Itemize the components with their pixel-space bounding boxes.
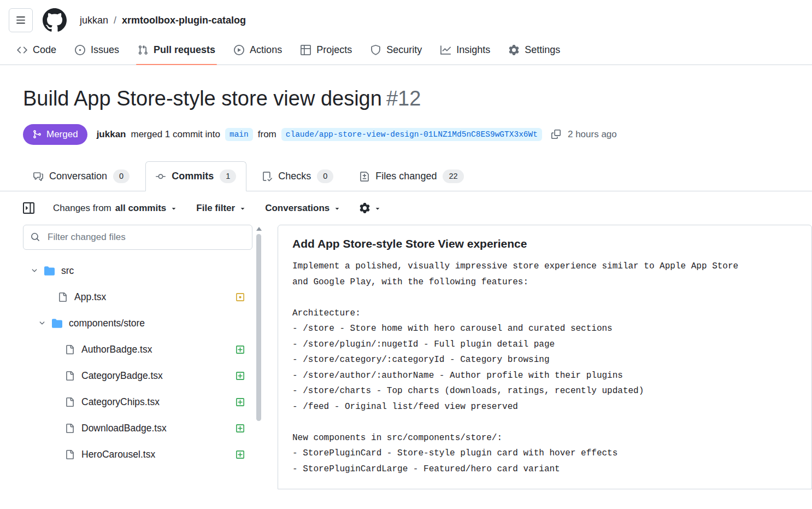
- nav-item-issues[interactable]: Issues: [66, 38, 128, 65]
- chevron-down-icon: [31, 267, 38, 274]
- nav-item-label: Issues: [91, 44, 119, 56]
- tree-label: src: [61, 265, 74, 277]
- changes-from-label: Changes from: [53, 203, 111, 214]
- hamburger-menu-button[interactable]: [9, 8, 33, 32]
- tab-files-changed[interactable]: Files changed 22: [349, 161, 474, 192]
- git-commit-icon: [156, 172, 166, 182]
- diff-settings-dropdown[interactable]: [360, 203, 381, 213]
- tab-label: Checks: [278, 171, 311, 182]
- merge-author[interactable]: jukkan: [97, 129, 126, 140]
- tree-label: HeroCarousel.tsx: [81, 449, 155, 460]
- file-icon: [65, 424, 74, 433]
- shield-icon: [370, 45, 381, 55]
- base-branch-chip[interactable]: main: [225, 128, 253, 141]
- file-tree-scrollbar[interactable]: [255, 225, 263, 471]
- tree-file-app-tsx[interactable]: App.tsx: [23, 284, 252, 310]
- issue-opened-icon: [75, 45, 85, 55]
- nav-item-insights[interactable]: Insights: [431, 38, 499, 65]
- pr-title-text: Build App Store-style store view design: [23, 87, 382, 110]
- pr-title: Build App Store-style store view design#…: [23, 87, 789, 111]
- github-header: jukkan / xrmtoolbox-plugin-catalog: [0, 0, 812, 34]
- filter-changed-files-input[interactable]: [23, 225, 252, 250]
- nav-item-pull-requests[interactable]: Pull requests: [128, 38, 225, 65]
- tab-commits[interactable]: Commits 1: [145, 161, 246, 192]
- tab-conversation[interactable]: Conversation 0: [23, 161, 140, 192]
- collapse-sidebar-button[interactable]: [23, 202, 34, 214]
- play-icon: [234, 45, 244, 55]
- nav-item-actions[interactable]: Actions: [225, 38, 291, 65]
- head-branch-chip[interactable]: claude/app-store-view-design-01LNZ1Md5nC…: [281, 128, 542, 141]
- file-filter-searchbox: [23, 225, 252, 250]
- tree-folder-src[interactable]: src: [23, 258, 252, 284]
- tab-label: Conversation: [49, 171, 107, 182]
- scrollbar-thumb[interactable]: [256, 234, 261, 421]
- tree-label: CategoryBadge.tsx: [81, 370, 163, 382]
- pr-tabnav: Conversation 0 Commits 1 Checks 0 Files …: [0, 161, 812, 192]
- diff-added-icon: [236, 371, 245, 381]
- diff-added-icon: [236, 450, 245, 459]
- tab-counter: 1: [220, 169, 236, 184]
- tree-file-categorybadge-tsx[interactable]: CategoryBadge.tsx: [23, 362, 252, 389]
- search-icon: [31, 232, 40, 242]
- caret-down-icon: [239, 204, 246, 212]
- merge-from-text: from: [258, 129, 276, 140]
- changes-from-dropdown[interactable]: Changes from all commits: [53, 203, 178, 214]
- tree-label: App.tsx: [74, 291, 106, 303]
- tree-file-authorbadge-tsx[interactable]: AuthorBadge.tsx: [23, 336, 252, 362]
- tree-label: components/store: [69, 318, 145, 329]
- tab-checks[interactable]: Checks 0: [252, 161, 344, 192]
- diff-toolbar: Changes from all commits File filter Con…: [0, 191, 812, 223]
- changes-from-value: all commits: [115, 203, 167, 214]
- tab-counter: 0: [113, 169, 130, 184]
- tree-file-herocarousel-tsx[interactable]: HeroCarousel.tsx: [23, 441, 252, 467]
- tab-counter: 22: [443, 169, 463, 184]
- nav-item-settings[interactable]: Settings: [499, 38, 569, 65]
- github-logo[interactable]: [43, 8, 67, 32]
- scrollbar-up-arrow[interactable]: [256, 227, 262, 231]
- file-filter-dropdown[interactable]: File filter: [196, 203, 246, 214]
- breadcrumb-owner[interactable]: jukkan: [80, 15, 108, 26]
- folder-icon: [44, 266, 55, 276]
- checklist-icon: [262, 172, 272, 182]
- merged-status-badge: Merged: [23, 124, 87, 145]
- file-icon: [58, 292, 67, 302]
- chevron-down-icon: [38, 319, 46, 327]
- three-bars-icon: [16, 15, 26, 25]
- tree-file-downloadbadge-tsx[interactable]: DownloadBadge.tsx: [23, 415, 252, 441]
- conversations-dropdown[interactable]: Conversations: [265, 203, 341, 214]
- nav-item-code[interactable]: Code: [8, 38, 66, 65]
- file-icon: [65, 450, 74, 459]
- diff-modified-icon: [236, 292, 245, 302]
- caret-down-icon: [374, 204, 381, 212]
- tree-file-categorychips-tsx[interactable]: CategoryChips.tsx: [23, 389, 252, 415]
- tree-folder-components-store[interactable]: components/store: [23, 310, 252, 336]
- tree-label: AuthorBadge.tsx: [81, 344, 152, 355]
- diff-added-icon: [236, 345, 245, 354]
- tree-label: DownloadBadge.tsx: [81, 423, 167, 434]
- caret-down-icon: [170, 204, 178, 212]
- diff-added-icon: [236, 397, 245, 407]
- tab-label: Commits: [172, 171, 214, 182]
- comment-discussion-icon: [33, 172, 43, 182]
- pr-header: Build App Store-style store view design#…: [0, 65, 812, 145]
- tab-counter: 0: [317, 169, 333, 184]
- table-icon: [301, 45, 311, 55]
- breadcrumb-repo[interactable]: xrmtoolbox-plugin-catalog: [122, 15, 246, 26]
- merge-timestamp: 2 hours ago: [568, 129, 617, 140]
- graph-icon: [440, 45, 451, 55]
- copy-icon: [551, 130, 561, 139]
- file-icon: [65, 371, 74, 381]
- tab-label: Files changed: [375, 171, 437, 182]
- commit-body: Implement a polished, visually impressiv…: [292, 259, 754, 477]
- copy-branch-button[interactable]: [550, 128, 562, 140]
- commit-message-panel: Add App Store-style Store View experienc…: [278, 225, 812, 489]
- commit-title: Add App Store-style Store View experienc…: [292, 237, 797, 250]
- breadcrumb: jukkan / xrmtoolbox-plugin-catalog: [80, 15, 246, 26]
- breadcrumb-separator: /: [114, 15, 116, 26]
- file-filter-label: File filter: [196, 203, 235, 214]
- diff-added-icon: [236, 424, 245, 433]
- nav-item-projects[interactable]: Projects: [291, 38, 361, 65]
- nav-item-security[interactable]: Security: [361, 38, 431, 65]
- nav-item-label: Pull requests: [154, 44, 215, 56]
- folder-icon: [52, 318, 62, 329]
